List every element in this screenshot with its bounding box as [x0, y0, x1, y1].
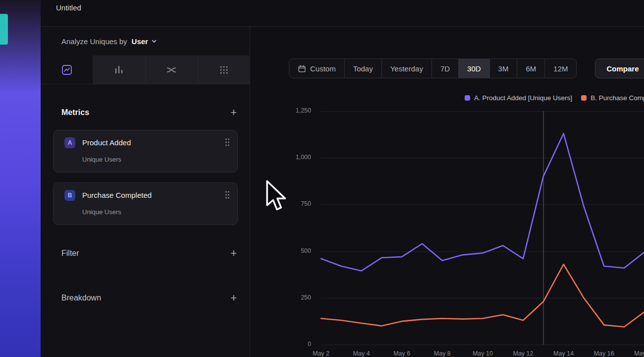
accent-teal-block [0, 14, 8, 45]
y-axis-tick: 250 [250, 294, 311, 301]
range-30d-button[interactable]: 30D [458, 59, 489, 78]
range-today-button[interactable]: Today [344, 59, 381, 78]
gridline [321, 345, 644, 345]
x-axis-tick: May 12 [506, 350, 540, 357]
document-title[interactable]: Untitled [56, 3, 81, 12]
y-axis-tick: 1,000 [250, 154, 311, 161]
y-axis-tick: 500 [250, 247, 311, 254]
range-label: Custom [310, 64, 336, 73]
series-line [321, 264, 644, 327]
tab-flow-chart[interactable] [145, 56, 198, 84]
add-breakdown-button[interactable]: + [229, 293, 238, 303]
chevron-down-icon [151, 38, 157, 44]
analyze-by-value: User [132, 37, 148, 46]
x-axis-tick: May 16 [587, 350, 621, 357]
date-range-group: Custom Today Yesterday 7D 30D 3M 6M 12M [289, 59, 577, 78]
tab-grid-dots[interactable] [198, 56, 250, 84]
range-3m-button[interactable]: 3M [489, 59, 517, 78]
metric-badge-a: A [64, 137, 75, 148]
range-7d-button[interactable]: 7D [431, 59, 458, 78]
drag-handle-icon [224, 190, 230, 199]
app-header: Untitled [41, 0, 644, 27]
analyze-by-dropdown[interactable]: User [132, 37, 157, 46]
metric-badge-b: B [64, 190, 75, 201]
x-axis-tick: May 6 [384, 350, 419, 357]
metric-card-b[interactable]: B Purchase Completed Unique Users [53, 182, 238, 225]
x-axis-tick: May 14 [546, 350, 581, 357]
metric-card-a[interactable]: A Product Added Unique Users [53, 130, 238, 173]
x-axis-tick: May 2 [304, 350, 338, 357]
x-axis-tick: May 4 [344, 350, 379, 357]
flow-chart-icon [165, 64, 177, 76]
metrics-section-header: Metrics + [61, 106, 238, 119]
series-line [321, 133, 644, 271]
tab-line-chart[interactable] [41, 56, 93, 84]
y-axis-tick: 750 [250, 200, 311, 207]
line-chart-icon [61, 64, 73, 76]
metric-menu-button[interactable] [224, 190, 230, 201]
range-yesterday-button[interactable]: Yesterday [381, 59, 431, 78]
breakdown-title: Breakdown [61, 294, 101, 302]
add-filter-button[interactable]: + [229, 248, 238, 259]
x-axis-tick: May 8 [425, 350, 460, 357]
query-sidebar: Analyze Uniques by User Metrics + A Prod… [41, 27, 250, 357]
tab-bar-chart[interactable] [93, 56, 145, 84]
analyze-label: Analyze Uniques by [61, 37, 127, 46]
metric-subtitle: Unique Users [82, 156, 121, 163]
metric-menu-button[interactable] [224, 138, 230, 148]
chart-canvas [321, 111, 644, 345]
metric-subtitle: Unique Users [82, 208, 121, 216]
add-metric-button[interactable]: + [229, 107, 238, 118]
x-axis-tick: May 18 [627, 350, 644, 357]
grid-dots-icon [218, 64, 230, 76]
x-axis-tick: May 10 [465, 350, 500, 357]
bar-chart-icon [113, 64, 125, 76]
metric-name: Product Added [82, 138, 131, 147]
analyze-row: Analyze Uniques by User [41, 27, 250, 56]
y-axis-tick: 1,250 [250, 107, 311, 114]
filter-section-header: Filter + [61, 247, 238, 260]
calendar-icon [298, 64, 306, 73]
range-6m-button[interactable]: 6M [517, 59, 544, 78]
metric-name: Purchase Completed [82, 191, 152, 199]
range-12m-button[interactable]: 12M [544, 59, 576, 78]
chart-type-tabs [41, 56, 250, 84]
brand-gradient-strip [0, 0, 41, 357]
breakdown-section-header: Breakdown + [61, 292, 238, 304]
chart-plot-area[interactable]: 02505007501,0001,250May 2May 4May 6May 8… [250, 84, 644, 357]
metrics-title: Metrics [61, 108, 89, 117]
compare-button[interactable]: Compare [595, 59, 644, 78]
range-custom-button[interactable]: Custom [289, 59, 344, 78]
filter-title: Filter [61, 249, 79, 258]
drag-handle-icon [224, 138, 230, 147]
y-axis-tick: 0 [250, 341, 311, 348]
